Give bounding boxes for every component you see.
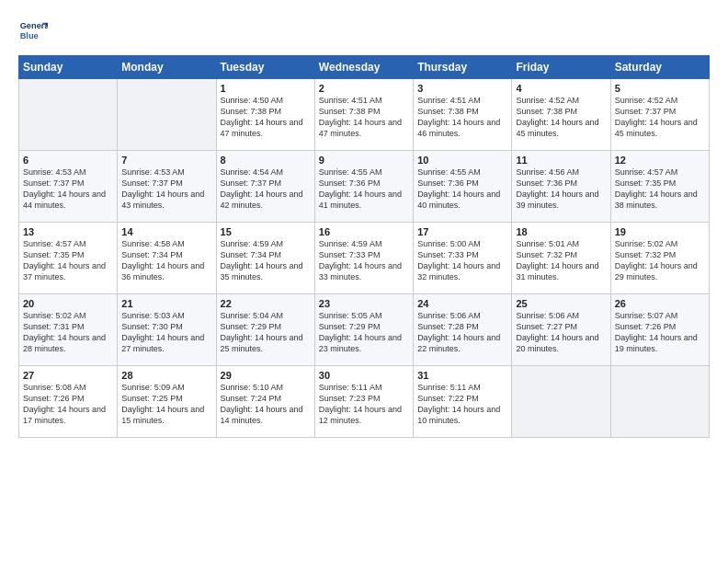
- col-header-tuesday: Tuesday: [216, 56, 314, 79]
- day-info: Sunrise: 4:55 AM Sunset: 7:36 PM Dayligh…: [319, 167, 409, 212]
- header: General Blue: [18, 17, 710, 46]
- day-number: 31: [417, 370, 507, 381]
- day-info: Sunrise: 4:54 AM Sunset: 7:37 PM Dayligh…: [221, 167, 311, 212]
- day-info: Sunrise: 4:56 AM Sunset: 7:36 PM Dayligh…: [516, 167, 606, 212]
- day-info: Sunrise: 5:06 AM Sunset: 7:27 PM Dayligh…: [516, 310, 606, 355]
- day-info: Sunrise: 4:51 AM Sunset: 7:38 PM Dayligh…: [417, 95, 507, 140]
- svg-text:Blue: Blue: [20, 31, 39, 40]
- day-number: 24: [417, 298, 507, 309]
- day-info: Sunrise: 5:10 AM Sunset: 7:24 PM Dayligh…: [221, 382, 311, 427]
- day-number: 11: [516, 155, 606, 166]
- calendar-cell: 1Sunrise: 4:50 AM Sunset: 7:38 PM Daylig…: [216, 79, 314, 151]
- day-number: 9: [319, 155, 409, 166]
- day-info: Sunrise: 5:02 AM Sunset: 7:31 PM Dayligh…: [23, 310, 113, 355]
- day-number: 14: [121, 226, 211, 237]
- calendar-cell: 3Sunrise: 4:51 AM Sunset: 7:38 PM Daylig…: [414, 79, 512, 151]
- day-number: 15: [221, 226, 311, 237]
- day-number: 22: [221, 298, 311, 309]
- calendar-cell: [19, 79, 118, 151]
- day-number: 4: [516, 83, 606, 94]
- day-number: 25: [516, 298, 606, 309]
- day-number: 26: [615, 298, 705, 309]
- day-info: Sunrise: 5:08 AM Sunset: 7:26 PM Dayligh…: [23, 382, 113, 427]
- day-info: Sunrise: 4:59 AM Sunset: 7:33 PM Dayligh…: [319, 238, 409, 283]
- calendar-cell: 22Sunrise: 5:04 AM Sunset: 7:29 PM Dayli…: [216, 294, 314, 366]
- day-info: Sunrise: 5:01 AM Sunset: 7:32 PM Dayligh…: [516, 238, 606, 283]
- day-info: Sunrise: 4:59 AM Sunset: 7:34 PM Dayligh…: [221, 238, 311, 283]
- calendar-cell: 31Sunrise: 5:11 AM Sunset: 7:22 PM Dayli…: [414, 366, 512, 438]
- week-row-4: 20Sunrise: 5:02 AM Sunset: 7:31 PM Dayli…: [19, 294, 710, 366]
- day-info: Sunrise: 5:04 AM Sunset: 7:29 PM Dayligh…: [221, 310, 311, 355]
- day-number: 1: [221, 83, 311, 94]
- day-info: Sunrise: 4:57 AM Sunset: 7:35 PM Dayligh…: [23, 238, 113, 283]
- day-number: 17: [417, 226, 507, 237]
- week-row-2: 6Sunrise: 4:53 AM Sunset: 7:37 PM Daylig…: [19, 151, 710, 223]
- day-number: 29: [221, 370, 311, 381]
- calendar-cell: 13Sunrise: 4:57 AM Sunset: 7:35 PM Dayli…: [19, 223, 118, 294]
- day-number: 30: [319, 370, 409, 381]
- calendar-cell: 19Sunrise: 5:02 AM Sunset: 7:32 PM Dayli…: [610, 223, 709, 294]
- day-info: Sunrise: 4:55 AM Sunset: 7:36 PM Dayligh…: [417, 167, 507, 212]
- day-info: Sunrise: 4:53 AM Sunset: 7:37 PM Dayligh…: [121, 167, 211, 212]
- day-info: Sunrise: 5:09 AM Sunset: 7:25 PM Dayligh…: [121, 382, 211, 427]
- day-number: 5: [615, 83, 705, 94]
- day-info: Sunrise: 5:03 AM Sunset: 7:30 PM Dayligh…: [121, 310, 211, 355]
- calendar-cell: 23Sunrise: 5:05 AM Sunset: 7:29 PM Dayli…: [314, 294, 413, 366]
- calendar-cell: 24Sunrise: 5:06 AM Sunset: 7:28 PM Dayli…: [414, 294, 512, 366]
- calendar-cell: 14Sunrise: 4:58 AM Sunset: 7:34 PM Dayli…: [118, 223, 216, 294]
- calendar-cell: 21Sunrise: 5:03 AM Sunset: 7:30 PM Dayli…: [118, 294, 216, 366]
- col-header-monday: Monday: [118, 56, 216, 79]
- calendar-cell: 18Sunrise: 5:01 AM Sunset: 7:32 PM Dayli…: [512, 223, 610, 294]
- calendar-header-row: SundayMondayTuesdayWednesdayThursdayFrid…: [19, 56, 710, 79]
- day-info: Sunrise: 5:11 AM Sunset: 7:22 PM Dayligh…: [417, 382, 507, 427]
- calendar-cell: 28Sunrise: 5:09 AM Sunset: 7:25 PM Dayli…: [118, 366, 216, 438]
- day-number: 13: [23, 226, 113, 237]
- calendar-cell: 25Sunrise: 5:06 AM Sunset: 7:27 PM Dayli…: [512, 294, 610, 366]
- day-number: 12: [615, 155, 705, 166]
- day-number: 19: [615, 226, 705, 237]
- day-number: 7: [121, 155, 211, 166]
- day-number: 8: [221, 155, 311, 166]
- calendar-cell: [512, 366, 610, 438]
- day-info: Sunrise: 4:58 AM Sunset: 7:34 PM Dayligh…: [121, 238, 211, 283]
- calendar-cell: 20Sunrise: 5:02 AM Sunset: 7:31 PM Dayli…: [19, 294, 118, 366]
- calendar-table: SundayMondayTuesdayWednesdayThursdayFrid…: [18, 55, 710, 438]
- calendar-cell: 12Sunrise: 4:57 AM Sunset: 7:35 PM Dayli…: [610, 151, 709, 223]
- day-info: Sunrise: 5:02 AM Sunset: 7:32 PM Dayligh…: [615, 238, 705, 283]
- col-header-saturday: Saturday: [610, 56, 709, 79]
- day-info: Sunrise: 5:11 AM Sunset: 7:23 PM Dayligh…: [319, 382, 409, 427]
- calendar-cell: 7Sunrise: 4:53 AM Sunset: 7:37 PM Daylig…: [118, 151, 216, 223]
- day-info: Sunrise: 4:52 AM Sunset: 7:37 PM Dayligh…: [615, 95, 705, 140]
- calendar-cell: 16Sunrise: 4:59 AM Sunset: 7:33 PM Dayli…: [314, 223, 413, 294]
- calendar-cell: 29Sunrise: 5:10 AM Sunset: 7:24 PM Dayli…: [216, 366, 314, 438]
- calendar-cell: [610, 366, 709, 438]
- day-info: Sunrise: 4:51 AM Sunset: 7:38 PM Dayligh…: [319, 95, 409, 140]
- day-number: 16: [319, 226, 409, 237]
- logo: General Blue: [18, 17, 48, 46]
- col-header-sunday: Sunday: [19, 56, 118, 79]
- day-info: Sunrise: 5:06 AM Sunset: 7:28 PM Dayligh…: [417, 310, 507, 355]
- calendar-cell: 11Sunrise: 4:56 AM Sunset: 7:36 PM Dayli…: [512, 151, 610, 223]
- col-header-thursday: Thursday: [414, 56, 512, 79]
- day-info: Sunrise: 5:07 AM Sunset: 7:26 PM Dayligh…: [615, 310, 705, 355]
- day-number: 20: [23, 298, 113, 309]
- calendar-cell: 10Sunrise: 4:55 AM Sunset: 7:36 PM Dayli…: [414, 151, 512, 223]
- day-number: 27: [23, 370, 113, 381]
- calendar-cell: 15Sunrise: 4:59 AM Sunset: 7:34 PM Dayli…: [216, 223, 314, 294]
- day-info: Sunrise: 5:05 AM Sunset: 7:29 PM Dayligh…: [319, 310, 409, 355]
- day-number: 2: [319, 83, 409, 94]
- day-number: 23: [319, 298, 409, 309]
- calendar-cell: 9Sunrise: 4:55 AM Sunset: 7:36 PM Daylig…: [314, 151, 413, 223]
- day-info: Sunrise: 4:53 AM Sunset: 7:37 PM Dayligh…: [23, 167, 113, 212]
- calendar-cell: 27Sunrise: 5:08 AM Sunset: 7:26 PM Dayli…: [19, 366, 118, 438]
- col-header-friday: Friday: [512, 56, 610, 79]
- calendar-cell: [118, 79, 216, 151]
- calendar-cell: 6Sunrise: 4:53 AM Sunset: 7:37 PM Daylig…: [19, 151, 118, 223]
- day-info: Sunrise: 4:52 AM Sunset: 7:38 PM Dayligh…: [516, 95, 606, 140]
- calendar-cell: 8Sunrise: 4:54 AM Sunset: 7:37 PM Daylig…: [216, 151, 314, 223]
- day-number: 3: [417, 83, 507, 94]
- week-row-1: 1Sunrise: 4:50 AM Sunset: 7:38 PM Daylig…: [19, 79, 710, 151]
- day-number: 21: [121, 298, 211, 309]
- calendar-cell: 5Sunrise: 4:52 AM Sunset: 7:37 PM Daylig…: [610, 79, 709, 151]
- day-info: Sunrise: 4:57 AM Sunset: 7:35 PM Dayligh…: [615, 167, 705, 212]
